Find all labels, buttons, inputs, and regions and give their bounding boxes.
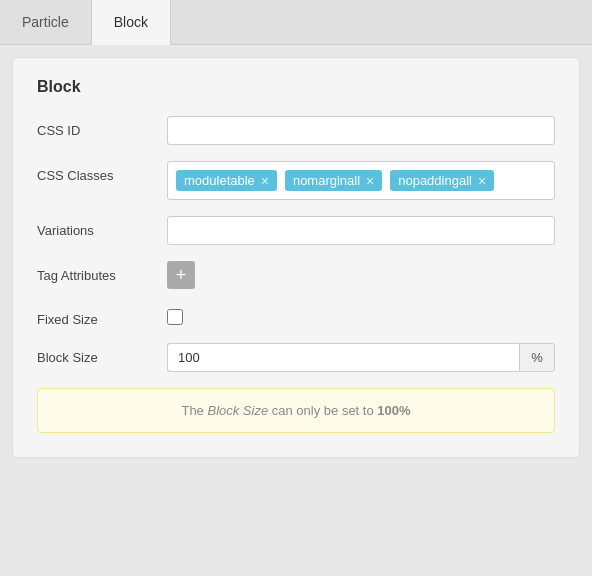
variations-input[interactable] (167, 216, 555, 245)
notice-text-middle: can only be set to (268, 403, 377, 418)
block-size-label: Block Size (37, 343, 167, 365)
variations-label: Variations (37, 216, 167, 238)
block-size-unit: % (519, 343, 555, 372)
block-size-notice: The Block Size can only be set to 100% (37, 388, 555, 433)
tag-attributes-row: Tag Attributes + (37, 261, 555, 289)
tag-nomarginall: nomarginall × (285, 170, 382, 191)
tag-attributes-control: + (167, 261, 555, 289)
css-id-row: CSS ID (37, 116, 555, 145)
css-id-control (167, 116, 555, 145)
tag-nopaddingall-remove[interactable]: × (478, 174, 486, 188)
fixed-size-row: Fixed Size (37, 305, 555, 327)
tag-nomarginall-label: nomarginall (293, 173, 360, 188)
tag-nomarginall-remove[interactable]: × (366, 174, 374, 188)
css-classes-label: CSS Classes (37, 161, 167, 183)
fixed-size-control (167, 305, 555, 325)
tab-bar: Particle Block (0, 0, 592, 45)
css-id-label: CSS ID (37, 116, 167, 138)
tag-nopaddingall-label: nopaddingall (398, 173, 472, 188)
tag-moduletable: moduletable × (176, 170, 277, 191)
css-classes-row: CSS Classes moduletable × nomarginall × … (37, 161, 555, 200)
tag-nopaddingall: nopaddingall × (390, 170, 494, 191)
tab-block[interactable]: Block (92, 0, 171, 45)
tag-moduletable-remove[interactable]: × (261, 174, 269, 188)
notice-text-prefix: The (181, 403, 207, 418)
block-size-wrap: % (167, 343, 555, 372)
notice-bold: 100% (377, 403, 410, 418)
panel-title: Block (37, 78, 555, 96)
fixed-size-label: Fixed Size (37, 305, 167, 327)
block-size-input[interactable] (167, 343, 519, 372)
tab-particle[interactable]: Particle (0, 0, 92, 44)
css-classes-control: moduletable × nomarginall × nopaddingall… (167, 161, 555, 200)
tag-attributes-label: Tag Attributes (37, 261, 167, 283)
fixed-size-checkbox[interactable] (167, 309, 183, 325)
css-classes-tags[interactable]: moduletable × nomarginall × nopaddingall… (167, 161, 555, 200)
tag-attributes-add-button[interactable]: + (167, 261, 195, 289)
notice-italic: Block Size (207, 403, 268, 418)
variations-row: Variations (37, 216, 555, 245)
block-size-row: Block Size % (37, 343, 555, 372)
variations-control (167, 216, 555, 245)
css-id-input[interactable] (167, 116, 555, 145)
block-panel: Block CSS ID CSS Classes moduletable × n… (12, 57, 580, 458)
block-size-control: % (167, 343, 555, 372)
tag-moduletable-label: moduletable (184, 173, 255, 188)
